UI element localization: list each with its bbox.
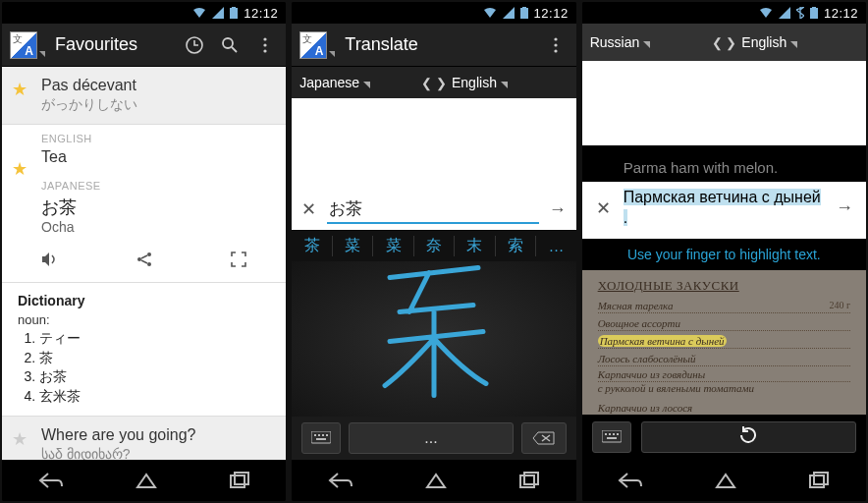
svg-rect-0 (230, 8, 238, 19)
lang-from[interactable]: Russian (590, 34, 707, 50)
svg-rect-28 (602, 430, 622, 442)
detail-source-text: Tea (41, 148, 274, 166)
translation-preview: Parma ham with melon. (582, 145, 866, 182)
star-icon[interactable]: ★ (12, 79, 27, 100)
lang-to[interactable]: English (452, 75, 569, 90)
svg-point-10 (147, 262, 151, 266)
language-selector: Russian ❮ ❯ English (582, 24, 866, 61)
overflow-icon[interactable] (543, 36, 569, 54)
chevron-down-icon (363, 82, 370, 88)
phone-favourites: 12:12 Favourites ★ Pas décevant がっかりしない … (2, 2, 286, 501)
star-icon[interactable]: ★ (12, 158, 27, 180)
wifi-icon (759, 7, 773, 19)
svg-rect-33 (607, 437, 617, 439)
recents-button[interactable] (229, 472, 250, 489)
clear-icon[interactable]: ✕ (594, 197, 614, 219)
clear-icon[interactable]: ✕ (301, 198, 316, 220)
svg-rect-13 (520, 8, 528, 19)
translate-input[interactable]: Пармская ветчина с дыней . (624, 188, 825, 229)
candidate[interactable]: 茶 (292, 236, 332, 256)
camera-viewport[interactable]: ХОЛОДНЫЕ ЗАКУСКИ Мясная тарелка240 г Ово… (582, 270, 866, 415)
submit-icon[interactable]: → (549, 199, 567, 220)
share-icon[interactable] (136, 251, 153, 272)
svg-rect-32 (617, 433, 619, 435)
nav-bar (582, 460, 866, 501)
entry-translation: საδ მიდიხარ? (41, 446, 274, 460)
svg-line-4 (232, 47, 237, 52)
candidate[interactable]: 末 (455, 236, 495, 256)
status-bar: 12:12 (582, 2, 866, 24)
dictionary-entry[interactable]: 玄米茶 (39, 387, 270, 407)
candidate[interactable]: 菜 (333, 236, 373, 256)
source-lang-label: ENGLISH (2, 125, 286, 146)
svg-rect-30 (609, 433, 611, 435)
detail-actions (2, 241, 286, 283)
fullscreen-icon[interactable] (230, 251, 247, 272)
favourite-entry[interactable]: ★ Where are you going? საδ მიდიხარ? (2, 417, 286, 460)
handwriting-canvas[interactable] (292, 261, 575, 417)
dictionary-entry[interactable]: 茶 (39, 349, 270, 368)
candidate[interactable]: … (536, 238, 575, 255)
space-key[interactable]: ... (349, 422, 513, 454)
candidate[interactable]: 奈 (414, 236, 455, 256)
back-button[interactable] (618, 472, 643, 489)
status-clock: 12:12 (534, 6, 569, 21)
recents-button[interactable] (808, 472, 830, 489)
retake-button[interactable] (641, 421, 856, 453)
entry-translation: がっかりしない (41, 96, 274, 114)
star-icon[interactable]: ★ (12, 428, 27, 450)
speaker-icon[interactable] (40, 251, 58, 272)
submit-icon[interactable]: → (835, 197, 854, 218)
lang-to[interactable]: English (741, 34, 858, 50)
keyboard-toggle-button[interactable] (592, 421, 631, 453)
back-button[interactable] (328, 472, 353, 489)
svg-point-16 (554, 43, 557, 46)
history-icon[interactable] (182, 35, 207, 55)
home-button[interactable] (715, 472, 736, 489)
svg-point-5 (264, 37, 267, 40)
detail-translit: Ocha (41, 219, 274, 235)
hint-text: Use your finger to highlight text. (582, 239, 866, 270)
menu-heading: ХОЛОДНЫЕ ЗАКУСКИ (598, 278, 739, 294)
input-selected-text: Пармская ветчина с дыней . (624, 189, 821, 226)
svg-rect-23 (316, 438, 326, 440)
svg-rect-14 (522, 7, 526, 9)
svg-rect-26 (810, 8, 818, 19)
svg-rect-31 (613, 433, 615, 435)
favourites-content: ★ Pas décevant がっかりしない ENGLISH ★ Tea JAP… (2, 67, 286, 460)
refresh-icon (737, 425, 759, 449)
action-bar: Favourites (2, 24, 286, 67)
input-bar: ✕ → (292, 189, 575, 230)
lang-from[interactable]: Japanese (299, 75, 416, 90)
candidate-row: 茶 菜 菜 奈 末 索 … (292, 230, 575, 261)
search-icon[interactable] (217, 35, 243, 55)
back-button[interactable] (38, 472, 64, 489)
swap-languages-button[interactable]: ❮ ❯ (710, 35, 737, 50)
menu-line: с рукколой и вялеными томатами (598, 382, 850, 395)
backspace-key[interactable] (521, 422, 567, 454)
favourite-entry[interactable]: ★ Pas décevant がっかりしない (2, 67, 286, 125)
recents-button[interactable] (518, 472, 540, 489)
candidate[interactable]: 索 (496, 236, 536, 256)
handwriting-stroke (370, 258, 498, 406)
svg-rect-1 (232, 7, 236, 9)
dictionary-entry[interactable]: お茶 (39, 367, 270, 387)
status-bar: 12:12 (292, 2, 575, 24)
chevron-down-icon (501, 82, 508, 88)
app-spinner[interactable] (299, 31, 335, 59)
battery-icon (810, 7, 818, 19)
keyboard-toggle-button[interactable] (301, 422, 341, 454)
dictionary-entry[interactable]: ティー (39, 329, 270, 349)
swap-languages-button[interactable]: ❮ ❯ (420, 76, 448, 90)
home-button[interactable] (425, 472, 447, 489)
translate-input[interactable] (327, 195, 539, 224)
overflow-icon[interactable] (252, 36, 278, 54)
app-spinner[interactable] (10, 31, 45, 59)
action-bar: Translate (292, 24, 575, 67)
phone-camera-translate: 12:12 Russian ❮ ❯ English Parma ham with… (582, 2, 866, 501)
svg-point-17 (554, 49, 557, 52)
dictionary-pos: noun: (18, 312, 270, 327)
home-button[interactable] (136, 472, 157, 489)
candidate[interactable]: 菜 (373, 236, 413, 256)
camera-toolbar (582, 415, 866, 460)
